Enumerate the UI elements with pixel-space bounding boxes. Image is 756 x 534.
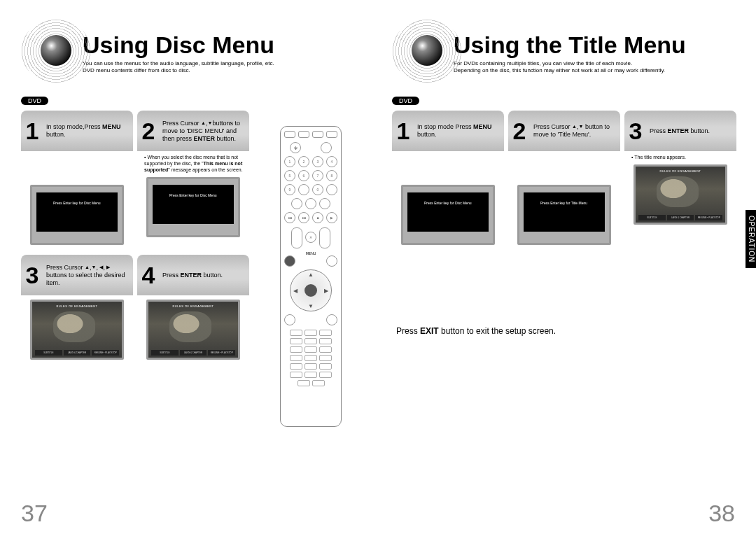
intro-text: For DVDs containing multiple titles, you…: [454, 60, 742, 74]
step-number: 3: [626, 119, 645, 143]
power-icon: ⏻: [290, 142, 301, 153]
step-number: 2: [139, 119, 158, 143]
speaker-graphic: [392, 20, 462, 83]
speaker-graphic: [21, 20, 91, 83]
play-icon: ▶: [326, 212, 337, 223]
page-right: Using the Title Menu For DVDs containing…: [378, 0, 756, 534]
step-number: 1: [393, 119, 413, 143]
screenshot-movie: RULES OF ENGAGEMENT SUBTITLELANG & CHAPT…: [30, 300, 124, 360]
step-4: 4 Press ENTER button. RULES OF ENGAGEMEN…: [137, 255, 249, 364]
step-3: 3 Press Cursor ▲,▼, ◀, ▶buttons to selec…: [21, 255, 133, 364]
step-2: 2 Press Cursor ▲,▼buttons to move to 'DI…: [137, 111, 249, 249]
step-number: 3: [22, 263, 42, 287]
step-text: Press ENTER button.: [162, 272, 244, 279]
prev-icon: ⏮: [284, 212, 295, 223]
step-1: 1 In stop mode Press MENU button. DISC M…: [392, 111, 504, 249]
page-number: 38: [708, 500, 735, 527]
step-text: Press ENTER button.: [650, 127, 731, 135]
step-text: In stop mode Press MENU button.: [417, 123, 498, 139]
dvd-badge: DVD: [21, 97, 48, 105]
step-1: 1 In stop mode,Press MENU button. MAIN M…: [21, 111, 133, 249]
step-text: Press Cursor ▲,▼ button to move to 'Titl…: [533, 123, 615, 139]
screenshot-discmenu: DISC MENU Press Enter key for Disc Menu: [146, 177, 240, 237]
step-note: The title menu appears.: [631, 154, 734, 160]
page-title: Using the Title Menu: [454, 31, 742, 59]
exit-note: Press EXIT button to exit the setup scre…: [396, 326, 742, 336]
page-number: 37: [21, 500, 48, 527]
section-tab: OPERATION: [746, 210, 756, 268]
step-2: 2 Press Cursor ▲,▼ button to move to 'Ti…: [508, 111, 620, 249]
dvd-badge: DVD: [392, 97, 419, 105]
page-title: Using Disc Menu: [83, 31, 364, 59]
screenshot-mainmenu: MAIN MENU Press Enter key for Disc Menu: [30, 185, 124, 245]
screenshot-discmenu: DISC MENU Press Enter key for Disc Menu: [401, 185, 495, 245]
enter-button: ENTER: [306, 289, 316, 293]
step-text: Press Cursor ▲,▼, ◀, ▶buttons to select …: [46, 264, 127, 287]
step-text: Press Cursor ▲,▼buttons to move to 'DISC…: [162, 120, 244, 143]
step-3: 3 Press ENTER button. The title menu app…: [624, 111, 736, 249]
cursor-pad: ▲ ▼ ◀ ▶ ENTER: [290, 269, 332, 311]
stop-icon: ■: [312, 212, 323, 223]
up-icon: ▲: [308, 272, 314, 278]
screenshot-movie: RULES OF ENGAGEMENT SUBTITLELANG & CHAPT…: [634, 164, 727, 225]
down-icon: ▼: [308, 303, 314, 309]
next-icon: ⏭: [298, 212, 309, 223]
screenshot-titlemenu: TITLE MENU Press Enter key for Title Men…: [517, 185, 611, 245]
exit-button: [326, 314, 337, 325]
step-text: In stop mode,Press MENU button.: [46, 123, 127, 139]
right-icon: ▶: [324, 288, 328, 294]
step-note: When you select the disc menu that is no…: [144, 154, 246, 173]
step-number: 1: [22, 119, 42, 143]
step-number: 4: [139, 263, 158, 287]
menu-button: [284, 255, 295, 267]
intro-text: You can use the menus for the audio lang…: [83, 60, 364, 74]
remote-control-illustration: ⏻ 123 456 789 0 ⏮⏭ ■▶ ✕ MENU: [280, 126, 342, 427]
left-icon: ◀: [293, 288, 298, 294]
page-left: Using Disc Menu You can use the menus fo…: [0, 0, 378, 534]
step-number: 2: [510, 119, 529, 143]
screenshot-movie: RULES OF ENGAGEMENT SUBTITLELANG & CHAPT…: [146, 300, 240, 360]
